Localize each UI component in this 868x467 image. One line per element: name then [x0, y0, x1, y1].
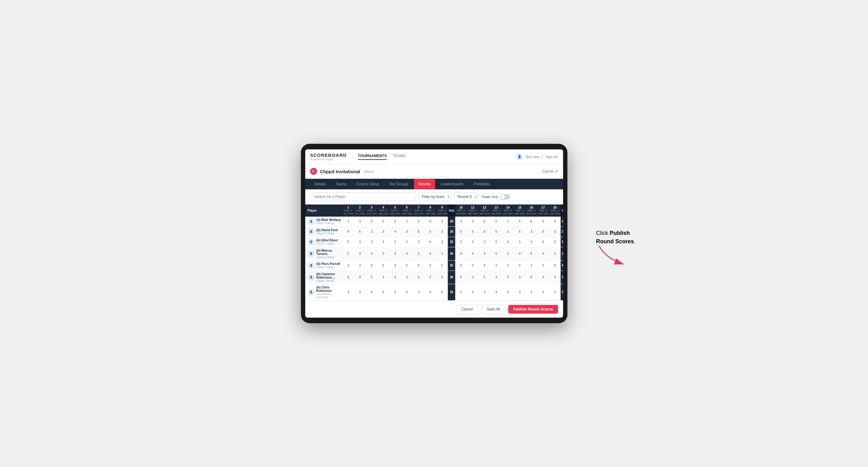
hole-9-score[interactable]: 3	[436, 217, 448, 227]
hole-8-score[interactable]: 5	[425, 284, 436, 300]
hole-12-score[interactable]: 4	[478, 247, 490, 260]
hole-15-score[interactable]: 3	[514, 237, 526, 247]
hole-5-score[interactable]: 3	[389, 284, 401, 300]
hole-8-score[interactable]: 6	[425, 217, 436, 227]
hole-9-score[interactable]: 3	[436, 226, 448, 237]
hole-12-score[interactable]: 3	[478, 284, 490, 300]
hole-3-score[interactable]: 3	[366, 226, 377, 237]
hole-1-score[interactable]: 5	[342, 247, 354, 260]
hole-18-score[interactable]: 3	[549, 226, 561, 237]
hole-11-score[interactable]: 5	[467, 237, 478, 247]
hole-3-score[interactable]: 3	[366, 237, 377, 247]
hole-13-score[interactable]: 5	[490, 237, 502, 247]
hole-7-score[interactable]: 5	[413, 226, 425, 237]
hole-17-score[interactable]: 5	[537, 260, 549, 271]
hole-3-score[interactable]: 4	[366, 284, 377, 300]
tab-results[interactable]: Results	[414, 179, 435, 189]
hole-6-score[interactable]: 4	[401, 284, 413, 300]
hole-13-score[interactable]: 3	[490, 260, 502, 271]
hole-14-score[interactable]: 3	[502, 237, 514, 247]
hole-13-score[interactable]: 5	[490, 217, 502, 227]
hole-5-score[interactable]: 4	[389, 226, 401, 237]
hole-18-score[interactable]: 3	[549, 284, 561, 300]
hole-6-score[interactable]: 3	[401, 217, 413, 227]
hole-17-score[interactable]: 4	[537, 247, 549, 260]
hole-10-score[interactable]: 3	[455, 226, 467, 237]
hole-2-score[interactable]: 6	[354, 226, 366, 237]
save-all-button[interactable]: Save All	[481, 305, 505, 314]
hole-1-score[interactable]: 4	[342, 226, 354, 237]
hole-6-score[interactable]: 3	[401, 271, 413, 284]
hole-15-score[interactable]: 4	[514, 260, 526, 271]
hole-7-score[interactable]: 3	[413, 284, 425, 300]
hole-6-score[interactable]: 3	[401, 226, 413, 237]
hole-10-score[interactable]: 3	[455, 217, 467, 227]
hole-6-score[interactable]: 4	[401, 237, 413, 247]
hole-2-score[interactable]: 3	[354, 237, 366, 247]
hole-12-score[interactable]: 3	[478, 237, 490, 247]
hole-13-score[interactable]: 3	[490, 271, 502, 284]
hole-11-score[interactable]: 3	[467, 271, 478, 284]
hole-14-score[interactable]: 5	[502, 284, 514, 300]
hole-7-score[interactable]: 3	[413, 247, 425, 260]
tab-leaderboards[interactable]: Leaderboards	[436, 179, 468, 189]
hole-8-score[interactable]: 5	[425, 247, 436, 260]
hole-16-score[interactable]: 5	[526, 247, 537, 260]
hole-15-score[interactable]: 5	[514, 217, 526, 227]
hole-8-score[interactable]: 6	[425, 237, 436, 247]
hole-13-score[interactable]: 5	[490, 226, 502, 237]
hole-14-score[interactable]: 3	[502, 217, 514, 227]
hole-7-score[interactable]: 5	[413, 271, 425, 284]
hole-8-score[interactable]: 3	[425, 260, 436, 271]
tab-details[interactable]: Details	[310, 179, 330, 189]
hole-11-score[interactable]: 5	[467, 217, 478, 227]
search-input[interactable]	[310, 192, 415, 201]
hole-14-score[interactable]: 5	[502, 260, 514, 271]
hole-2-score[interactable]: 3	[354, 260, 366, 271]
hole-4-score[interactable]: 4	[377, 237, 389, 247]
hole-5-score[interactable]: 4	[389, 217, 401, 227]
hole-2-score[interactable]: 3	[354, 217, 366, 227]
hole-6-score[interactable]: 5	[401, 260, 413, 271]
hole-11-score[interactable]: 5	[467, 284, 478, 300]
hole-4-score[interactable]: 3	[377, 226, 389, 237]
hole-16-score[interactable]: 4	[526, 237, 537, 247]
hole-4-score[interactable]: 5	[377, 247, 389, 260]
hole-11-score[interactable]: 5	[467, 260, 478, 271]
hole-3-score[interactable]: 5	[366, 271, 377, 284]
hole-18-score[interactable]: 5	[549, 237, 561, 247]
hole-18-score[interactable]: 3	[549, 217, 561, 227]
hole-10-score[interactable]: 6	[455, 271, 467, 284]
round-select[interactable]: Round 3	[454, 192, 478, 201]
hole-1-score[interactable]: 3	[342, 284, 354, 300]
hole-16-score[interactable]: 6	[526, 217, 537, 227]
hole-15-score[interactable]: 5	[514, 226, 526, 237]
hole-1-score[interactable]: 4	[342, 271, 354, 284]
hole-17-score[interactable]: 4	[537, 271, 549, 284]
nav-teams[interactable]: TEAMS	[393, 154, 406, 160]
hole-16-score[interactable]: 4	[526, 284, 537, 300]
hole-16-score[interactable]: 3	[526, 226, 537, 237]
sign-out-link[interactable]: Sign out	[546, 155, 558, 159]
hole-18-score[interactable]: 3	[549, 247, 561, 260]
hole-14-score[interactable]: 3	[502, 226, 514, 237]
hole-3-score[interactable]: 5	[366, 217, 377, 227]
hole-14-score[interactable]: 3	[502, 271, 514, 284]
hole-7-score[interactable]: 4	[413, 260, 425, 271]
hole-17-score[interactable]: 5	[537, 226, 549, 237]
hole-16-score[interactable]: 5	[526, 271, 537, 284]
hole-17-score[interactable]: 5	[537, 217, 549, 227]
totals-toggle-switch[interactable]	[500, 194, 510, 199]
hole-12-score[interactable]: 5	[478, 226, 490, 237]
hole-7-score[interactable]: 3	[413, 237, 425, 247]
hole-4-score[interactable]: 5	[377, 284, 389, 300]
hole-10-score[interactable]: 5	[455, 260, 467, 271]
hole-9-score[interactable]: 5	[436, 271, 448, 284]
hole-2-score[interactable]: 4	[354, 271, 366, 284]
hole-12-score[interactable]: 6	[478, 217, 490, 227]
cancel-button[interactable]: Cancel	[456, 305, 478, 314]
hole-13-score[interactable]: 5	[490, 247, 502, 260]
hole-15-score[interactable]: 4	[514, 247, 526, 260]
hole-14-score[interactable]: 3	[502, 247, 514, 260]
hole-11-score[interactable]: 5	[467, 226, 478, 237]
